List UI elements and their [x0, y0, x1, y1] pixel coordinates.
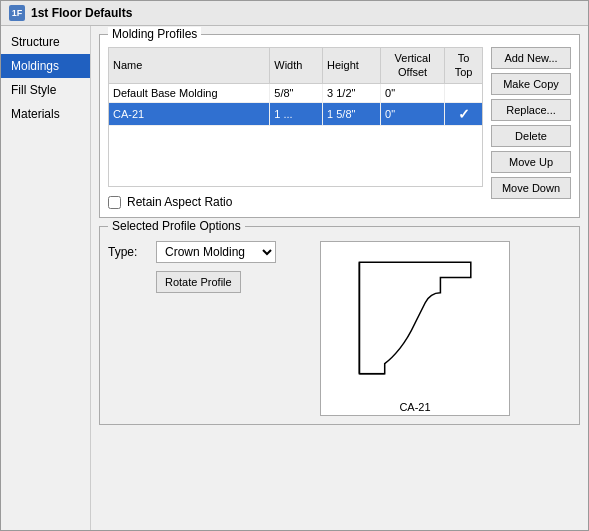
rotate-profile-button[interactable]: Rotate Profile [156, 271, 241, 293]
sidebar: Structure Moldings Fill Style Materials [1, 26, 91, 530]
delete-button[interactable]: Delete [491, 125, 571, 147]
row2-name: CA-21 [109, 102, 270, 125]
sidebar-item-structure[interactable]: Structure [1, 30, 90, 54]
selected-profile-options-group: Selected Profile Options Type: Crown Mol… [99, 226, 580, 425]
action-buttons: Add New... Make Copy Replace... Delete M… [491, 47, 571, 209]
row2-width: 1 ... [270, 102, 323, 125]
table-area: Name Width Height Vertical Offset [108, 47, 483, 209]
sidebar-item-moldings[interactable]: Moldings [1, 54, 90, 78]
col-height: Height [323, 48, 381, 83]
sidebar-item-materials[interactable]: Materials [1, 102, 90, 126]
col-name: Name [109, 48, 270, 83]
row1-height: 3 1/2" [323, 83, 381, 102]
molding-profiles-group: Molding Profiles Name Width Height [99, 34, 580, 218]
row2-vertical-offset: 0" [381, 102, 445, 125]
window-icon: 1F [9, 5, 25, 21]
type-label: Type: [108, 245, 148, 259]
type-select[interactable]: Crown Molding Base Molding Chair Rail Pi… [156, 241, 276, 263]
table-row[interactable]: Default Base Molding 5/8" 3 1/2" 0" [109, 83, 482, 102]
content-area: Molding Profiles Name Width Height [91, 26, 588, 530]
checkmark-icon: ✓ [458, 106, 470, 122]
profile-svg [329, 242, 501, 399]
retain-aspect-row: Retain Aspect Ratio [108, 195, 483, 209]
table-row[interactable]: CA-21 1 ... 1 5/8" 0" ✓ [109, 102, 482, 125]
window: 1F 1st Floor Defaults Structure Moldings… [0, 0, 589, 531]
add-new-button[interactable]: Add New... [491, 47, 571, 69]
col-to-top: To Top [445, 48, 482, 83]
profile-preview: CA-21 [320, 241, 510, 416]
profile-options-title: Selected Profile Options [108, 219, 245, 233]
main-content: Structure Moldings Fill Style Materials … [1, 26, 588, 530]
retain-aspect-label: Retain Aspect Ratio [127, 195, 232, 209]
type-row: Type: Crown Molding Base Molding Chair R… [108, 241, 308, 263]
preview-label: CA-21 [397, 399, 432, 415]
make-copy-button[interactable]: Make Copy [491, 73, 571, 95]
profile-options-left: Type: Crown Molding Base Molding Chair R… [108, 241, 308, 416]
molding-table: Name Width Height Vertical Offset [109, 48, 482, 126]
retain-aspect-checkbox[interactable] [108, 196, 121, 209]
row1-vertical-offset: 0" [381, 83, 445, 102]
table-container: Name Width Height Vertical Offset [108, 47, 483, 187]
row1-to-top [445, 83, 482, 102]
col-width: Width [270, 48, 323, 83]
row2-height: 1 5/8" [323, 102, 381, 125]
rotate-row: Rotate Profile [108, 271, 308, 293]
molding-profiles-title: Molding Profiles [108, 27, 201, 41]
move-up-button[interactable]: Move Up [491, 151, 571, 173]
row2-to-top: ✓ [445, 102, 482, 125]
replace-button[interactable]: Replace... [491, 99, 571, 121]
col-vertical-offset: Vertical Offset [381, 48, 445, 83]
window-title: 1st Floor Defaults [31, 6, 132, 20]
sidebar-item-fill-style[interactable]: Fill Style [1, 78, 90, 102]
row1-width: 5/8" [270, 83, 323, 102]
move-down-button[interactable]: Move Down [491, 177, 571, 199]
title-bar: 1F 1st Floor Defaults [1, 1, 588, 26]
molding-section: Name Width Height Vertical Offset [108, 47, 571, 209]
row1-name: Default Base Molding [109, 83, 270, 102]
